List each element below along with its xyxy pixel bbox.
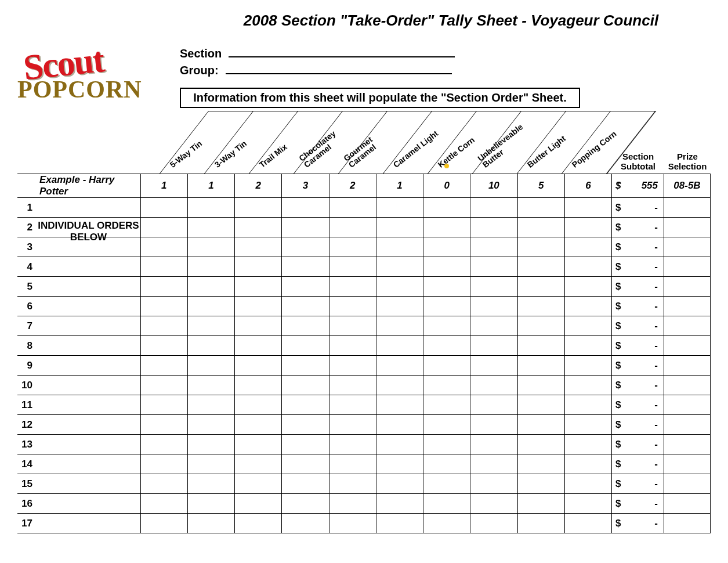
qty-cell[interactable] [187,297,234,316]
qty-cell[interactable] [564,435,611,454]
qty-cell[interactable] [423,454,470,474]
qty-cell[interactable] [187,257,234,277]
qty-cell[interactable] [517,494,564,514]
qty-cell[interactable] [564,336,611,356]
qty-cell[interactable] [470,297,517,316]
prize-cell[interactable] [664,336,711,356]
qty-cell[interactable] [423,198,470,218]
qty-cell[interactable] [517,198,564,218]
qty-cell[interactable] [329,474,376,494]
qty-cell[interactable] [140,514,187,533]
qty-cell[interactable] [140,415,187,435]
qty-cell[interactable] [187,237,234,257]
prize-cell[interactable] [664,514,711,533]
qty-cell[interactable] [517,277,564,297]
qty-cell[interactable] [282,435,329,454]
qty-cell[interactable] [564,316,611,336]
qty-cell[interactable] [564,415,611,435]
qty-cell[interactable] [282,376,329,395]
qty-cell[interactable] [140,316,187,336]
qty-cell[interactable] [517,474,564,494]
qty-cell[interactable] [423,237,470,257]
qty-cell[interactable] [517,257,564,277]
qty-cell[interactable] [235,356,282,376]
qty-cell[interactable] [470,356,517,376]
qty-cell[interactable] [423,514,470,533]
qty-cell[interactable] [282,336,329,356]
qty-cell[interactable] [187,395,234,415]
qty-cell[interactable] [564,257,611,277]
qty-cell[interactable] [282,494,329,514]
group-input-line[interactable] [226,63,452,74]
qty-cell[interactable] [329,435,376,454]
qty-cell[interactable] [470,376,517,395]
qty-cell[interactable] [423,474,470,494]
qty-cell[interactable] [329,395,376,415]
qty-cell[interactable] [470,316,517,336]
qty-cell[interactable] [564,237,611,257]
qty-cell[interactable] [423,218,470,237]
qty-cell[interactable] [564,297,611,316]
qty-cell[interactable] [470,198,517,218]
qty-cell[interactable] [470,415,517,435]
qty-cell[interactable] [329,237,376,257]
qty-cell[interactable] [282,316,329,336]
prize-cell[interactable] [664,454,711,474]
qty-cell[interactable] [187,376,234,395]
qty-cell[interactable] [140,494,187,514]
qty-cell[interactable] [376,257,423,277]
qty-cell[interactable] [423,435,470,454]
prize-cell[interactable] [664,237,711,257]
qty-cell[interactable] [517,514,564,533]
name-cell[interactable] [36,514,140,533]
qty-cell[interactable] [187,435,234,454]
qty-cell[interactable] [423,415,470,435]
qty-cell[interactable] [235,454,282,474]
qty-cell[interactable] [282,474,329,494]
qty-cell[interactable] [517,454,564,474]
qty-cell[interactable] [564,198,611,218]
qty-cell[interactable] [564,277,611,297]
qty-cell[interactable] [329,316,376,336]
qty-cell[interactable] [517,297,564,316]
qty-cell[interactable] [140,198,187,218]
qty-cell[interactable] [235,277,282,297]
qty-cell[interactable] [423,277,470,297]
qty-cell[interactable] [376,356,423,376]
qty-cell[interactable] [423,336,470,356]
qty-cell[interactable] [187,198,234,218]
qty-cell[interactable] [329,415,376,435]
qty-cell[interactable] [423,376,470,395]
qty-cell[interactable] [329,257,376,277]
qty-cell[interactable] [329,514,376,533]
qty-cell[interactable] [470,474,517,494]
qty-cell[interactable] [187,514,234,533]
qty-cell[interactable] [376,514,423,533]
qty-cell[interactable] [470,494,517,514]
qty-cell[interactable] [282,257,329,277]
qty-cell[interactable] [376,237,423,257]
qty-cell[interactable] [423,257,470,277]
qty-cell[interactable] [517,237,564,257]
qty-cell[interactable] [235,198,282,218]
prize-cell[interactable] [664,257,711,277]
qty-cell[interactable] [235,297,282,316]
qty-cell[interactable] [282,356,329,376]
qty-cell[interactable] [564,454,611,474]
qty-cell[interactable] [376,454,423,474]
prize-cell[interactable] [664,415,711,435]
qty-cell[interactable] [140,297,187,316]
qty-cell[interactable] [329,277,376,297]
name-cell[interactable] [36,454,140,474]
qty-cell[interactable] [376,316,423,336]
qty-cell[interactable] [423,297,470,316]
name-cell[interactable] [36,494,140,514]
qty-cell[interactable] [376,198,423,218]
qty-cell[interactable] [564,376,611,395]
qty-cell[interactable] [564,514,611,533]
qty-cell[interactable] [187,454,234,474]
qty-cell[interactable] [329,297,376,316]
qty-cell[interactable] [376,435,423,454]
qty-cell[interactable] [564,395,611,415]
qty-cell[interactable] [423,395,470,415]
